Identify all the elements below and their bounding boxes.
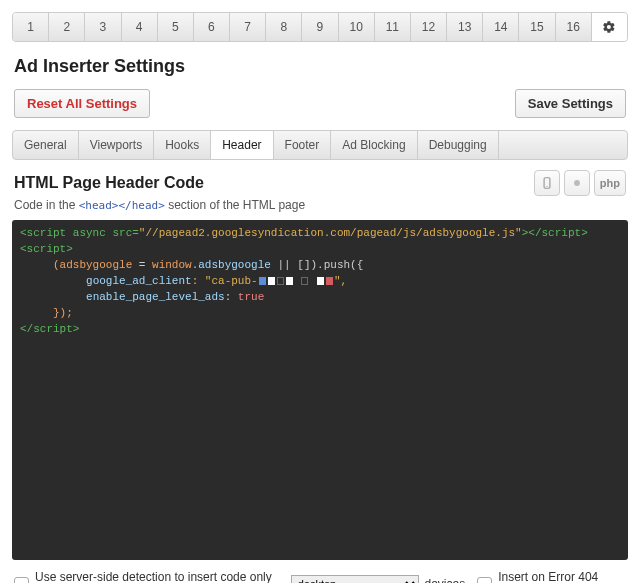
block-tab-3[interactable]: 3 — [85, 13, 121, 41]
code-editor[interactable]: <script async src="//pagead2.googlesyndi… — [12, 220, 628, 560]
block-tab-8[interactable]: 8 — [266, 13, 302, 41]
block-tab-16[interactable]: 16 — [556, 13, 592, 41]
tab-hooks[interactable]: Hooks — [154, 131, 211, 159]
devices-suffix: devices — [425, 577, 466, 583]
device-select[interactable]: desktop — [291, 575, 419, 583]
block-tab-4[interactable]: 4 — [122, 13, 158, 41]
block-tab-12[interactable]: 12 — [411, 13, 447, 41]
tab-viewports[interactable]: Viewports — [79, 131, 154, 159]
section-header: HTML Page Header Code php — [14, 170, 626, 196]
tab-general[interactable]: General — [13, 131, 79, 159]
head-tag-sample: <head></head> — [79, 199, 165, 212]
block-tab-14[interactable]: 14 — [483, 13, 519, 41]
phone-icon — [540, 176, 554, 190]
subtext-suffix: section of the HTML page — [165, 198, 305, 212]
page-title: Ad Inserter Settings — [14, 56, 626, 77]
block-tab-7[interactable]: 7 — [230, 13, 266, 41]
subtext-prefix: Code in the — [14, 198, 79, 212]
block-tab-13[interactable]: 13 — [447, 13, 483, 41]
block-tab-11[interactable]: 11 — [375, 13, 411, 41]
block-tabs: 12345678910111213141516 — [12, 12, 628, 42]
php-toggle-button[interactable]: php — [594, 170, 626, 196]
reset-settings-button[interactable]: Reset All Settings — [14, 89, 150, 118]
actions-bar: Reset All Settings Save Settings — [14, 89, 626, 118]
gear-icon — [602, 20, 616, 34]
tab-debugging[interactable]: Debugging — [418, 131, 499, 159]
enable-toggle-button[interactable] — [564, 170, 590, 196]
circle-icon — [570, 176, 584, 190]
settings-tabs: GeneralViewportsHooksHeaderFooterAd Bloc… — [12, 130, 628, 160]
section-subtext: Code in the <head></head> section of the… — [14, 198, 626, 212]
server-side-checkbox[interactable] — [14, 577, 29, 584]
tab-footer[interactable]: Footer — [274, 131, 332, 159]
block-tab-10[interactable]: 10 — [339, 13, 375, 41]
block-tab-5[interactable]: 5 — [158, 13, 194, 41]
footer-options: Use server-side detection to insert code… — [14, 570, 626, 583]
settings-gear-tab[interactable] — [592, 13, 627, 41]
device-toggle-button[interactable] — [534, 170, 560, 196]
tab-ad-blocking[interactable]: Ad Blocking — [331, 131, 417, 159]
block-tab-15[interactable]: 15 — [519, 13, 555, 41]
server-side-label: Use server-side detection to insert code… — [35, 570, 285, 583]
block-tab-9[interactable]: 9 — [302, 13, 338, 41]
error404-label: Insert on Error 404 page — [498, 570, 626, 583]
block-tab-1[interactable]: 1 — [13, 13, 49, 41]
save-settings-button[interactable]: Save Settings — [515, 89, 626, 118]
block-tab-2[interactable]: 2 — [49, 13, 85, 41]
error404-checkbox[interactable] — [477, 577, 492, 584]
svg-point-1 — [546, 186, 547, 187]
svg-point-2 — [574, 180, 580, 186]
section-title: HTML Page Header Code — [14, 174, 530, 192]
block-tab-6[interactable]: 6 — [194, 13, 230, 41]
tab-header[interactable]: Header — [211, 131, 273, 159]
